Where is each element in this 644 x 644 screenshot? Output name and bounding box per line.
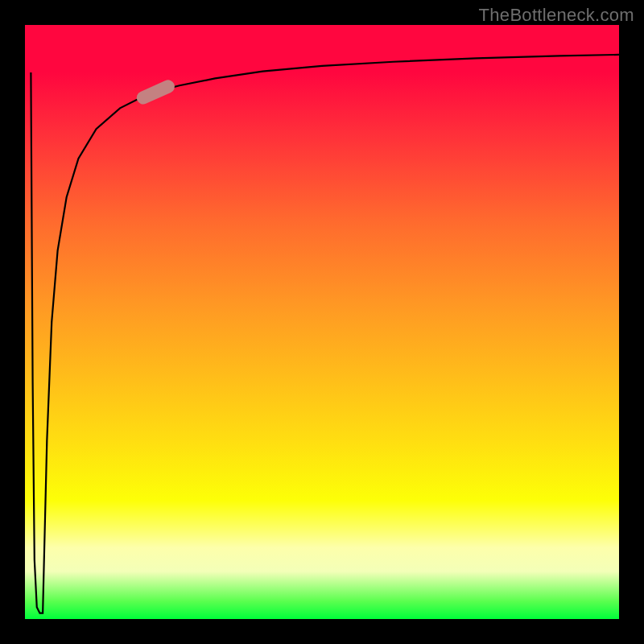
plot-area: [25, 25, 619, 619]
chart-svg: [25, 25, 619, 619]
watermark-text: TheBottleneck.com: [479, 5, 634, 26]
chart-container: TheBottleneck.com: [0, 0, 644, 644]
curve-line: [31, 55, 619, 613]
series-marker: [134, 78, 176, 106]
